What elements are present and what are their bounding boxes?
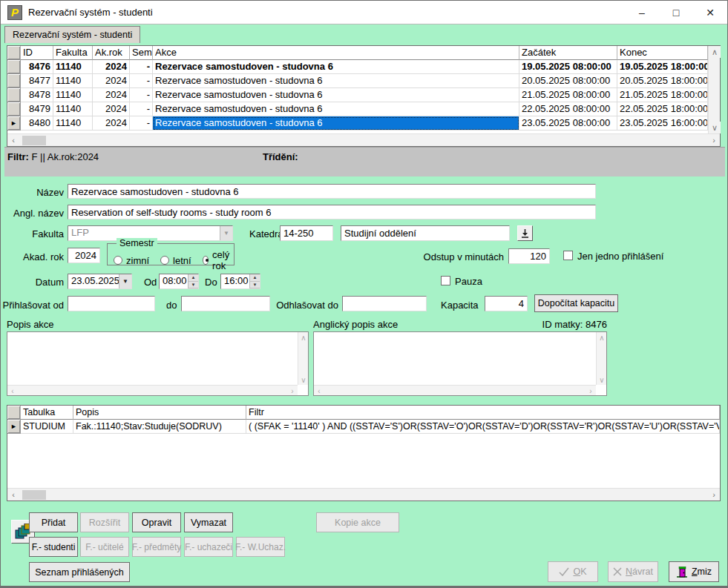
grid-cell[interactable]: 2024: [93, 74, 130, 88]
akad-rok-input[interactable]: [68, 248, 100, 263]
jen-jedno-checkbox[interactable]: [563, 251, 573, 260]
grid-cell[interactable]: 2024: [93, 60, 130, 74]
pauza-checkbox[interactable]: [441, 276, 450, 285]
grid-cell[interactable]: Rezervace samostudoven - studovna 6: [153, 74, 519, 88]
opravit-button[interactable]: Opravit: [132, 512, 181, 532]
grid-cell[interactable]: 21.05.2025 08:00:00: [519, 88, 617, 102]
radio-letni[interactable]: letní: [160, 249, 191, 271]
column-header-fakulta[interactable]: Fakulta: [53, 46, 93, 60]
close-button[interactable]: ✕: [693, 1, 727, 24]
grid-cell[interactable]: -: [130, 74, 153, 88]
memo-vertical-scrollbar[interactable]: ∧ ∨: [298, 332, 308, 385]
spin-down-icon[interactable]: ▼: [250, 282, 260, 289]
katedra-name-input[interactable]: [341, 225, 510, 241]
row-selector[interactable]: ►: [7, 420, 21, 434]
memo-vertical-scrollbar[interactable]: ∧ ∨: [596, 332, 606, 385]
f-studenti-button[interactable]: F.- studenti: [29, 537, 78, 557]
grid-cell[interactable]: 23.05.2025 08:00:00: [519, 116, 617, 131]
grid-cell[interactable]: ( (SFAK = '11140' ) AND ((SSTAV='S')OR(S…: [246, 420, 720, 434]
rozsirit-button[interactable]: Rozšířit: [80, 512, 129, 532]
grid-cell[interactable]: -: [130, 60, 153, 74]
kopie-akce-button[interactable]: Kopie akce: [316, 512, 399, 532]
do-spin-edit[interactable]: 16:00 ▲▼: [220, 274, 260, 289]
scroll-left-icon[interactable]: ‹: [7, 386, 18, 396]
grid-cell[interactable]: Fak.:11140;Stav:Studuje(SODRUV): [73, 420, 246, 434]
spin-up-icon[interactable]: ▲: [250, 274, 260, 282]
column-header-filtr[interactable]: Filtr: [246, 406, 720, 420]
grid-vertical-scrollbar[interactable]: ∧ ∨: [708, 46, 720, 133]
zmiz-button[interactable]: Zmiz: [669, 561, 719, 582]
grid-cell[interactable]: 8476: [21, 60, 53, 74]
scroll-up-icon[interactable]: ∧: [298, 332, 309, 343]
chevron-down-icon[interactable]: ▼: [119, 274, 131, 288]
radio-zimni[interactable]: zimní: [114, 249, 149, 271]
grid-horizontal-scrollbar[interactable]: ‹ ›: [7, 488, 720, 501]
f-ucitele-button[interactable]: F.- učitelé: [80, 537, 129, 557]
grid-cell[interactable]: 2024: [93, 116, 130, 131]
scroll-thumb[interactable]: [22, 490, 46, 500]
grid-cell[interactable]: 20.05.2025 18:00:00: [617, 74, 708, 88]
grid-cell[interactable]: Rezervace samostudoven - studovna 6: [153, 88, 519, 102]
grid-cell[interactable]: STUDIUM: [21, 420, 73, 434]
spin-up-icon[interactable]: ▲: [188, 274, 198, 282]
column-header-popis[interactable]: Popis: [73, 406, 246, 420]
grid-cell[interactable]: 2024: [93, 88, 130, 102]
grid-cell[interactable]: 8477: [21, 74, 53, 88]
kapacita-input[interactable]: [485, 296, 528, 311]
grid-cell[interactable]: 20.05.2025 08:00:00: [519, 74, 617, 88]
scroll-thumb[interactable]: [22, 136, 46, 145]
scroll-left-icon[interactable]: ‹: [7, 489, 19, 501]
seznam-prihlasenych-button[interactable]: Seznam přihlášených: [29, 562, 130, 582]
angl-nazev-input[interactable]: [68, 205, 596, 219]
navrat-button[interactable]: Návrat: [608, 561, 658, 582]
grid-cell[interactable]: 19.05.2025 18:00:00: [617, 60, 708, 74]
prihlasovat-od-input[interactable]: [68, 296, 155, 311]
spin-down-icon[interactable]: ▼: [188, 282, 198, 289]
grid-cell[interactable]: 8479: [21, 102, 53, 116]
scroll-left-icon[interactable]: ‹: [7, 134, 19, 146]
scroll-down-icon[interactable]: ∨: [709, 122, 721, 133]
maximize-button[interactable]: □: [659, 1, 693, 24]
grid-cell[interactable]: 21.05.2025 18:00:00: [617, 88, 708, 102]
chevron-down-icon[interactable]: ▼: [220, 226, 232, 240]
prihlasovat-do-input[interactable]: [181, 296, 270, 311]
grid-cell[interactable]: 8478: [21, 88, 53, 102]
f-uchazeci-button[interactable]: F.- uchazeči: [184, 537, 233, 557]
grid-cell[interactable]: 11140: [53, 102, 93, 116]
angl-popis-textarea[interactable]: ∧ ∨ ‹ ›: [313, 331, 607, 396]
vymazat-button[interactable]: Vymazat: [184, 512, 233, 532]
grid-horizontal-scrollbar[interactable]: ‹ ›: [7, 133, 720, 146]
column-header-tabulka[interactable]: Tabulka: [21, 406, 73, 420]
pridat-button[interactable]: Přidat: [29, 512, 78, 532]
grid-cell[interactable]: Rezervace samostudoven - studovna 6: [153, 116, 519, 131]
grid-cell[interactable]: 8480: [21, 116, 53, 131]
column-header-zacatek[interactable]: Začátek: [519, 46, 617, 60]
row-selector[interactable]: [7, 74, 21, 88]
f-predmety-button[interactable]: F.- předměty: [132, 537, 181, 557]
grid-cell[interactable]: 19.05.2025 08:00:00: [519, 60, 617, 74]
nazev-input[interactable]: [68, 184, 596, 199]
katedra-lookup-button[interactable]: [517, 225, 533, 241]
grid-cell[interactable]: 2024: [93, 102, 130, 116]
memo-horizontal-scrollbar[interactable]: ‹ ›: [7, 385, 298, 395]
column-header-sem[interactable]: Sem: [130, 46, 153, 60]
scroll-left-icon[interactable]: ‹: [314, 386, 324, 396]
grid-cell[interactable]: -: [130, 102, 153, 116]
column-header-id[interactable]: ID: [21, 46, 53, 60]
column-header-akrok[interactable]: Ak.rok: [93, 46, 130, 60]
odhlasovat-do-input[interactable]: [342, 296, 427, 311]
katedra-code-input[interactable]: [280, 225, 333, 241]
odstup-input[interactable]: [508, 248, 550, 264]
grid-cell[interactable]: 11140: [53, 60, 93, 74]
scroll-right-icon[interactable]: ›: [708, 489, 720, 501]
tab-rezervacni-system[interactable]: Rezervační systém - studenti: [4, 26, 140, 43]
grid-cell[interactable]: -: [130, 116, 153, 131]
dopocitat-kapacitu-button[interactable]: Dopočítat kapacitu: [534, 294, 618, 312]
popis-akce-textarea[interactable]: ∧ ∨ ‹ ›: [7, 331, 309, 396]
grid-cell[interactable]: 22.05.2025 08:00:00: [519, 102, 617, 116]
f-wuchaz-button[interactable]: F.- W.Uchaz.: [236, 537, 285, 557]
scroll-down-icon[interactable]: ∨: [298, 374, 309, 385]
column-header-akce[interactable]: Akce: [153, 46, 519, 60]
scroll-right-icon[interactable]: ›: [287, 386, 298, 396]
datum-combobox[interactable]: 23.05.2025 ▼: [68, 274, 132, 289]
